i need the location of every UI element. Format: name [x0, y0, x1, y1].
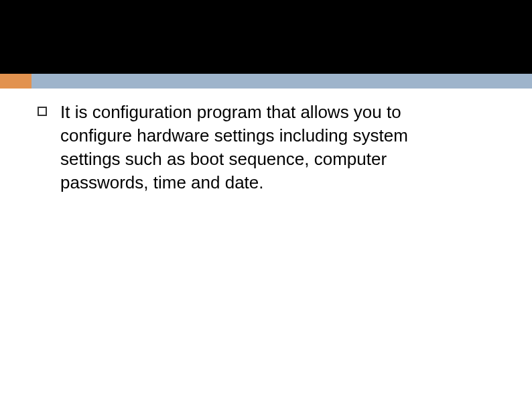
- slide-body: It is configuration program that allows …: [38, 101, 507, 194]
- bullet-text: It is configuration program that allows …: [60, 101, 449, 194]
- list-item: It is configuration program that allows …: [38, 101, 507, 194]
- accent-orange-tab: [0, 74, 31, 89]
- header-black-band: [0, 0, 532, 74]
- bullet-square-icon: [38, 107, 47, 116]
- accent-blue-bar: [31, 74, 532, 89]
